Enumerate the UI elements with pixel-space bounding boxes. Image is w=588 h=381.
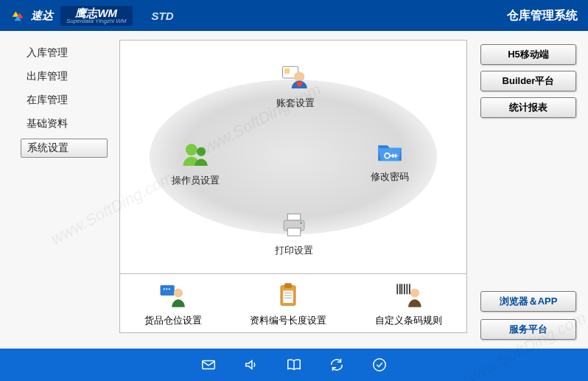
header-bar: 速达 鹰志WM Superdata Yingzhi WM STD 仓库管理系统 <box>0 0 588 31</box>
brand-text: 速达 <box>31 9 53 23</box>
clipboard-icon <box>273 280 304 311</box>
svg-point-13 <box>169 288 170 290</box>
svg-point-30 <box>374 359 386 371</box>
builder-platform-button[interactable]: Builder平台 <box>480 71 576 91</box>
stats-report-button[interactable]: 统计报表 <box>480 97 576 118</box>
bottom-item-label: 资料编号长度设置 <box>250 314 326 327</box>
book-icon[interactable] <box>286 357 302 373</box>
sub-brand-en: Superdata Yingzhi WM <box>66 18 127 24</box>
mail-icon[interactable] <box>200 357 217 373</box>
bottom-strip: 货品仓位设置 资料编号长度设置 <box>119 274 467 333</box>
panel-item-label: 账套设置 <box>276 97 315 110</box>
right-column: H5移动端 Builder平台 统计报表 浏览器＆APP 服务平台 <box>473 31 588 349</box>
panel-item-print-settings[interactable]: 打印设置 <box>275 210 313 257</box>
sound-icon[interactable] <box>243 357 259 373</box>
people-icon <box>181 140 211 171</box>
svg-rect-1 <box>284 69 290 74</box>
bottom-item-label: 货品仓位设置 <box>144 314 202 327</box>
svg-point-12 <box>166 288 167 290</box>
sidebar-item-inbound[interactable]: 入库管理 <box>21 44 108 62</box>
svg-point-3 <box>186 144 197 155</box>
sub-brand-box: 鹰志WM Superdata Yingzhi WM <box>60 6 133 26</box>
svg-point-9 <box>300 222 302 224</box>
main-area: 账套设置 操作员设置 <box>119 31 473 349</box>
bottom-item-barcode-rule[interactable]: 自定义条码规则 <box>375 280 442 327</box>
folder-key-icon <box>374 136 405 167</box>
refresh-icon[interactable] <box>329 357 345 373</box>
sidebar-item-outbound[interactable]: 出库管理 <box>21 68 108 85</box>
svg-point-27 <box>410 288 419 297</box>
svg-rect-17 <box>284 290 293 303</box>
browser-app-button[interactable]: 浏览器＆APP <box>480 291 576 312</box>
svg-rect-6 <box>287 214 301 220</box>
bin-person-icon <box>158 280 189 311</box>
sidebar-item-basedata[interactable]: 基础资料 <box>21 115 108 133</box>
barcode-person-icon <box>393 280 424 311</box>
bottom-item-label: 自定义条码规则 <box>375 314 442 327</box>
bottom-item-code-length[interactable]: 资料编号长度设置 <box>250 280 326 327</box>
svg-rect-10 <box>160 285 174 296</box>
sidebar-item-instock[interactable]: 在库管理 <box>21 91 108 109</box>
person-badge-icon <box>280 63 311 94</box>
svg-point-2 <box>294 71 304 82</box>
footer-bar <box>0 349 588 381</box>
svg-point-14 <box>174 288 183 297</box>
page-title: 仓库管理系统 <box>507 8 578 24</box>
printer-icon <box>279 210 309 241</box>
panel-item-label: 操作员设置 <box>172 174 220 187</box>
sub-brand-text: 鹰志WM <box>75 7 117 18</box>
panel-item-label: 打印设置 <box>275 244 313 257</box>
panel-item-label: 修改密码 <box>371 170 409 183</box>
check-circle-icon[interactable] <box>371 357 388 373</box>
logo-block: 速达 鹰志WM Superdata Yingzhi WM STD <box>10 6 174 26</box>
sidebar: 入库管理 出库管理 在库管理 基础资料 系统设置 <box>0 31 119 349</box>
std-label: STD <box>152 10 174 22</box>
svg-rect-28 <box>203 361 215 369</box>
svg-point-4 <box>196 147 205 156</box>
service-platform-button[interactable]: 服务平台 <box>480 319 576 340</box>
panel-item-account-settings[interactable]: 账套设置 <box>276 63 315 110</box>
panel-item-operator-settings[interactable]: 操作员设置 <box>172 140 220 187</box>
bottom-item-goods-bin[interactable]: 货品仓位设置 <box>144 280 202 327</box>
panel-item-change-password[interactable]: 修改密码 <box>371 136 409 183</box>
logo-icon <box>10 7 27 24</box>
content-area: 入库管理 出库管理 在库管理 基础资料 系统设置 账套设置 <box>0 31 588 349</box>
svg-rect-16 <box>284 283 292 288</box>
settings-panel: 账套设置 操作员设置 <box>119 40 467 274</box>
svg-rect-8 <box>287 228 301 237</box>
h5-mobile-button[interactable]: H5移动端 <box>480 44 576 65</box>
svg-point-11 <box>164 288 165 290</box>
sidebar-item-system-settings[interactable]: 系统设置 <box>21 139 108 158</box>
